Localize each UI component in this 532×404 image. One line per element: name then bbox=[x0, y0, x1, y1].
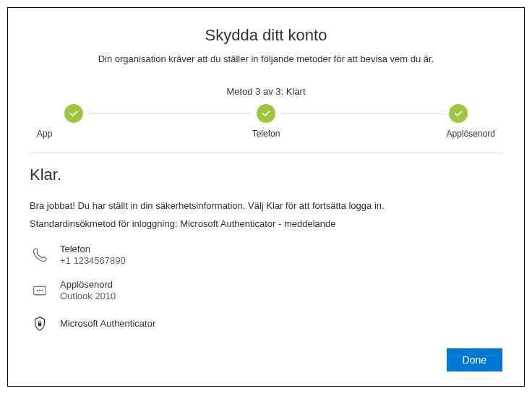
done-heading: Klar. bbox=[30, 166, 502, 184]
svg-point-3 bbox=[41, 290, 43, 291]
divider bbox=[30, 152, 502, 152]
method-info: Applösenord Outlook 2010 bbox=[60, 279, 116, 303]
progress-step-names: App Telefon Applösenord bbox=[30, 129, 502, 139]
lock-shield-icon bbox=[30, 314, 50, 334]
checkmark-icon bbox=[257, 104, 275, 123]
phone-icon bbox=[30, 245, 50, 265]
page-subtitle: Din organisation kräver att du ställer i… bbox=[30, 53, 502, 64]
step-name-phone: Telefon bbox=[233, 129, 299, 139]
step-name-apppassword: Applösenord bbox=[430, 129, 495, 139]
progress-label: Metod 3 av 3: Klart bbox=[30, 86, 502, 97]
dialog-container: Skydda ditt konto Din organisation kräve… bbox=[7, 7, 525, 387]
step-name-app: App bbox=[37, 129, 102, 139]
step-phone bbox=[251, 104, 281, 123]
methods-list: Telefon +1 1234567890 Applösenord Outloo… bbox=[30, 239, 502, 341]
actions-bar: Done bbox=[30, 348, 502, 371]
checkmark-icon bbox=[449, 104, 468, 123]
done-button[interactable]: Done bbox=[447, 348, 502, 371]
method-name: Telefon bbox=[60, 244, 126, 255]
method-detail: Outlook 2010 bbox=[60, 291, 116, 302]
success-text: Bra jobbat! Du har ställt in din säkerhe… bbox=[30, 200, 502, 211]
step-app bbox=[59, 104, 89, 123]
method-detail: +1 1234567890 bbox=[60, 255, 126, 267]
svg-rect-4 bbox=[38, 323, 42, 326]
step-apppassword bbox=[443, 104, 473, 123]
svg-point-2 bbox=[39, 290, 40, 291]
page-title: Skydda ditt konto bbox=[30, 26, 502, 45]
method-info: Microsoft Authenticator bbox=[60, 318, 155, 330]
method-name: Microsoft Authenticator bbox=[60, 318, 155, 330]
method-name: Applösenord bbox=[60, 279, 116, 291]
method-info: Telefon +1 1234567890 bbox=[60, 244, 126, 267]
checkmark-icon bbox=[64, 104, 83, 123]
method-phone: Telefon +1 1234567890 bbox=[30, 239, 502, 275]
svg-point-1 bbox=[37, 290, 38, 291]
password-icon bbox=[30, 280, 50, 301]
progress-steps bbox=[30, 104, 502, 123]
method-apppassword: Applösenord Outlook 2010 bbox=[30, 275, 502, 310]
method-authenticator: Microsoft Authenticator bbox=[30, 309, 502, 341]
default-signin-text: Standardinsökmetod för inloggning: Micro… bbox=[30, 218, 502, 229]
